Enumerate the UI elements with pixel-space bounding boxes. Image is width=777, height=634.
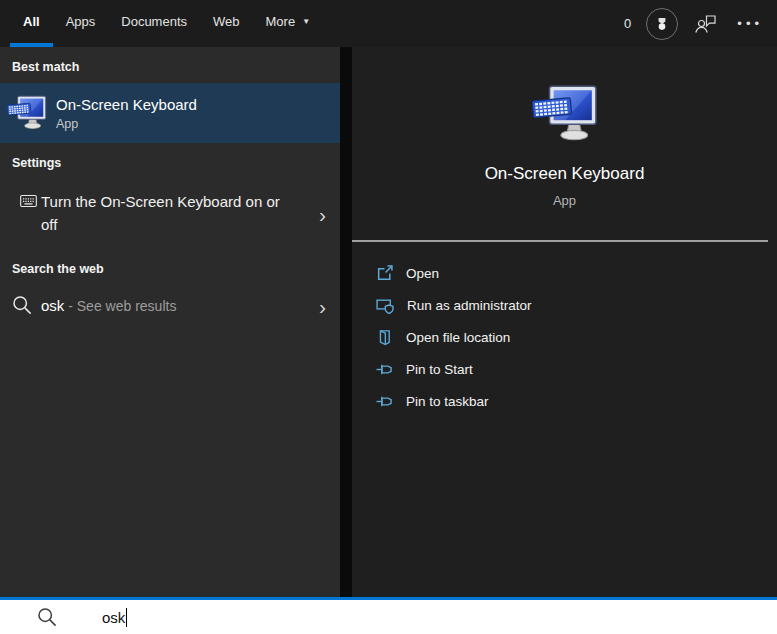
tab-all[interactable]: All bbox=[10, 0, 53, 47]
keyboard-icon bbox=[20, 194, 37, 208]
preview-header: On-Screen Keyboard App bbox=[352, 47, 777, 208]
web-search-result[interactable]: osk - See web results › bbox=[0, 285, 340, 327]
preview-app-title: On-Screen Keyboard bbox=[352, 164, 777, 184]
tab-all-label: All bbox=[23, 14, 40, 29]
chevron-right-icon: › bbox=[319, 296, 326, 317]
pin-icon bbox=[376, 361, 393, 378]
feedback-button[interactable] bbox=[693, 12, 718, 35]
web-search-query: osk bbox=[41, 297, 64, 314]
settings-result-osk-toggle[interactable]: Turn the On-Screen Keyboard on or off › bbox=[0, 179, 340, 249]
feedback-person-icon bbox=[693, 12, 718, 35]
windows-search-flyout: All Apps Documents Web More ▼ 0 bbox=[0, 0, 777, 634]
chevron-down-icon: ▼ bbox=[302, 17, 310, 26]
settings-result-label: Turn the On-Screen Keyboard on or off bbox=[41, 190, 296, 236]
rewards-points-count: 0 bbox=[624, 16, 631, 31]
action-pin-to-start[interactable]: Pin to Start bbox=[352, 353, 777, 385]
shield-admin-icon bbox=[376, 297, 394, 314]
action-pin-taskbar-label: Pin to taskbar bbox=[406, 394, 489, 409]
context-actions-list: Open Run as administrator Open file loca… bbox=[352, 257, 777, 417]
search-input-value: osk bbox=[102, 609, 125, 626]
search-input[interactable]: osk bbox=[0, 597, 777, 634]
search-icon bbox=[12, 295, 32, 315]
best-match-result-onscreen-keyboard[interactable]: On-Screen Keyboard App bbox=[0, 83, 340, 143]
panel-divider-gutter bbox=[340, 47, 352, 597]
text-cursor bbox=[126, 608, 127, 627]
chevron-right-icon: › bbox=[319, 204, 326, 225]
best-match-header: Best match bbox=[0, 47, 340, 83]
tab-documents[interactable]: Documents bbox=[108, 0, 200, 47]
best-match-title: On-Screen Keyboard bbox=[56, 96, 197, 113]
search-icon bbox=[37, 607, 57, 627]
tab-apps[interactable]: Apps bbox=[53, 0, 109, 47]
search-filter-bar: All Apps Documents Web More ▼ 0 bbox=[0, 0, 777, 47]
more-options-button[interactable]: ••• bbox=[733, 16, 763, 31]
action-pin-to-taskbar[interactable]: Pin to taskbar bbox=[352, 385, 777, 417]
preview-app-subtitle: App bbox=[352, 193, 777, 208]
action-open[interactable]: Open bbox=[352, 257, 777, 289]
tab-web-label: Web bbox=[213, 14, 240, 29]
search-results-panel: Best match bbox=[0, 47, 340, 597]
tab-documents-label: Documents bbox=[121, 14, 187, 29]
tab-more[interactable]: More ▼ bbox=[253, 0, 324, 47]
medal-icon bbox=[654, 16, 670, 32]
preview-panel: On-Screen Keyboard App Open Run as admin… bbox=[352, 47, 777, 597]
tab-apps-label: Apps bbox=[66, 14, 96, 29]
action-open-file-location[interactable]: Open file location bbox=[352, 321, 777, 353]
action-pin-start-label: Pin to Start bbox=[406, 362, 473, 377]
osk-app-icon bbox=[7, 95, 47, 131]
web-search-text: osk - See web results bbox=[41, 297, 176, 314]
open-icon bbox=[376, 265, 393, 282]
preview-divider bbox=[352, 240, 768, 242]
pin-icon bbox=[376, 393, 393, 410]
search-web-header: Search the web bbox=[0, 249, 340, 285]
file-location-icon bbox=[376, 329, 393, 346]
action-file-location-label: Open file location bbox=[406, 330, 510, 345]
osk-app-icon-large bbox=[532, 85, 598, 143]
rewards-button[interactable] bbox=[646, 8, 678, 40]
best-match-subtitle: App bbox=[56, 117, 197, 131]
tab-more-label: More bbox=[266, 14, 296, 29]
tab-web[interactable]: Web bbox=[200, 0, 253, 47]
best-match-text: On-Screen Keyboard App bbox=[56, 96, 197, 131]
web-search-suffix: - See web results bbox=[64, 298, 176, 314]
topbar-actions: 0 ••• bbox=[624, 0, 763, 47]
action-run-admin-label: Run as administrator bbox=[407, 298, 532, 313]
action-run-as-administrator[interactable]: Run as administrator bbox=[352, 289, 777, 321]
settings-header: Settings bbox=[0, 143, 340, 179]
action-open-label: Open bbox=[406, 266, 439, 281]
